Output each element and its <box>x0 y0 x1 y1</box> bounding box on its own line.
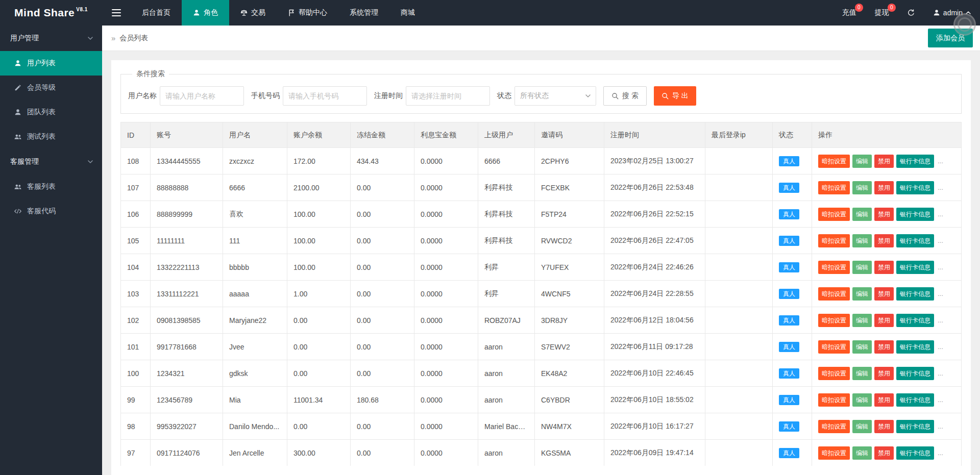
nav-item-roles[interactable]: 角色 <box>182 0 229 26</box>
cell-balance: 100.00 <box>287 201 351 228</box>
edit-button[interactable]: 编辑 <box>852 393 872 407</box>
refresh-button[interactable] <box>898 0 924 26</box>
edit-button[interactable]: 编辑 <box>852 446 872 460</box>
cell-status: 真人 <box>773 148 812 174</box>
bank-info-button[interactable]: 银行卡信息 <box>896 181 934 194</box>
user-icon <box>933 9 940 16</box>
sidebar-item-service-list[interactable]: 客服列表 <box>0 174 102 199</box>
deduct-settings-button[interactable]: 暗扣设置 <box>818 287 850 301</box>
bank-info-button[interactable]: 银行卡信息 <box>896 287 934 301</box>
deduct-settings-button[interactable]: 暗扣设置 <box>818 155 850 168</box>
deduct-settings-button[interactable]: 暗扣设置 <box>818 367 850 380</box>
status-badge[interactable]: 真人 <box>779 156 799 166</box>
edit-button[interactable]: 编辑 <box>852 261 872 274</box>
edit-button[interactable]: 编辑 <box>852 420 872 433</box>
status-badge[interactable]: 真人 <box>779 448 799 458</box>
cell-interest: 0.0000 <box>414 228 478 254</box>
deduct-settings-button[interactable]: 暗扣设置 <box>818 446 850 460</box>
status-badge[interactable]: 真人 <box>779 421 799 432</box>
register-time-input[interactable] <box>406 86 490 106</box>
bank-info-button[interactable]: 银行卡信息 <box>896 208 934 221</box>
disable-button[interactable]: 禁用 <box>874 367 894 380</box>
phone-input[interactable] <box>283 86 367 106</box>
status-badge[interactable]: 真人 <box>779 209 799 219</box>
sidebar-item-test-list[interactable]: 测试列表 <box>0 124 102 149</box>
deduct-settings-button[interactable]: 暗扣设置 <box>818 234 850 247</box>
deduct-settings-button[interactable]: 暗扣设置 <box>818 261 850 274</box>
export-button[interactable]: 导 出 <box>654 86 696 106</box>
status-badge[interactable]: 真人 <box>779 289 799 299</box>
status-badge[interactable]: 真人 <box>779 395 799 405</box>
deduct-settings-button[interactable]: 暗扣设置 <box>818 314 850 327</box>
cell-username: Danilo Mendo... <box>223 413 287 440</box>
more-actions: ... <box>938 449 943 457</box>
disable-button[interactable]: 禁用 <box>874 287 894 301</box>
bank-info-button[interactable]: 银行卡信息 <box>896 340 934 354</box>
sidebar-item-team-list[interactable]: 团队列表 <box>0 100 102 124</box>
status-badge[interactable]: 真人 <box>779 368 799 379</box>
deduct-settings-button[interactable]: 暗扣设置 <box>818 420 850 433</box>
sidebar-item-member-level[interactable]: 会员等级 <box>0 76 102 100</box>
search-button[interactable]: 搜 索 <box>603 86 647 106</box>
disable-button[interactable]: 禁用 <box>874 314 894 327</box>
bank-info-button[interactable]: 银行卡信息 <box>896 393 934 407</box>
edit-button[interactable]: 编辑 <box>852 208 872 221</box>
nav-item-help[interactable]: 帮助中心 <box>277 0 338 26</box>
nav-item-home[interactable]: 后台首页 <box>131 0 182 26</box>
status-select-value: 所有状态 <box>520 91 549 101</box>
bank-info-button[interactable]: 银行卡信息 <box>896 314 934 327</box>
cell-last-ip <box>705 201 773 228</box>
deduct-settings-button[interactable]: 暗扣设置 <box>818 393 850 407</box>
nav-item-mall[interactable]: 商城 <box>389 0 426 26</box>
sidebar-section-user-management[interactable]: 用户管理 <box>0 26 102 51</box>
sidebar-item-user-list[interactable]: 用户列表 <box>0 51 102 76</box>
bank-info-button[interactable]: 银行卡信息 <box>896 420 934 433</box>
cell-status: 真人 <box>773 360 812 387</box>
bank-info-button[interactable]: 银行卡信息 <box>896 155 934 168</box>
deduct-settings-button[interactable]: 暗扣设置 <box>818 208 850 221</box>
disable-button[interactable]: 禁用 <box>874 340 894 354</box>
status-badge[interactable]: 真人 <box>779 236 799 246</box>
edit-button[interactable]: 编辑 <box>852 155 872 168</box>
bank-info-button[interactable]: 银行卡信息 <box>896 234 934 247</box>
username-input[interactable] <box>160 86 244 106</box>
sidebar-item-service-code[interactable]: 客服代码 <box>0 199 102 223</box>
status-badge[interactable]: 真人 <box>779 183 799 193</box>
edit-button[interactable]: 编辑 <box>852 181 872 194</box>
status-badge[interactable]: 真人 <box>779 315 799 326</box>
deduct-settings-button[interactable]: 暗扣设置 <box>818 181 850 194</box>
deduct-settings-button[interactable]: 暗扣设置 <box>818 340 850 354</box>
cell-parent-user: 利昇 <box>478 254 535 281</box>
nav-item-trade[interactable]: 交易 <box>229 0 277 26</box>
edit-button[interactable]: 编辑 <box>852 340 872 354</box>
status-badge[interactable]: 真人 <box>779 262 799 272</box>
nav-item-system[interactable]: 系统管理 <box>338 0 389 26</box>
disable-button[interactable]: 禁用 <box>874 234 894 247</box>
disable-button[interactable]: 禁用 <box>874 208 894 221</box>
bank-info-button[interactable]: 银行卡信息 <box>896 367 934 380</box>
sidebar-section-service-management[interactable]: 客服管理 <box>0 149 102 174</box>
withdraw-button[interactable]: 提现 0 <box>866 0 898 26</box>
edit-button[interactable]: 编辑 <box>852 234 872 247</box>
edit-button[interactable]: 编辑 <box>852 314 872 327</box>
table-row: 10813344445555zxczxcz172.00434.430.00006… <box>121 148 962 174</box>
action-buttons: 暗扣设置编辑禁用银行卡信息... <box>818 393 955 407</box>
disable-button[interactable]: 禁用 <box>874 181 894 194</box>
cell-frozen: 0.00 <box>351 360 414 387</box>
edit-button[interactable]: 编辑 <box>852 367 872 380</box>
disable-button[interactable]: 禁用 <box>874 446 894 460</box>
disable-button[interactable]: 禁用 <box>874 155 894 168</box>
cell-account: 09171124076 <box>151 440 223 466</box>
cell-actions: 暗扣设置编辑禁用银行卡信息... <box>812 148 962 174</box>
cell-last-ip <box>705 148 773 174</box>
disable-button[interactable]: 禁用 <box>874 393 894 407</box>
recharge-button[interactable]: 充值 0 <box>833 0 866 26</box>
disable-button[interactable]: 禁用 <box>874 420 894 433</box>
status-badge[interactable]: 真人 <box>779 342 799 352</box>
edit-button[interactable]: 编辑 <box>852 287 872 301</box>
disable-button[interactable]: 禁用 <box>874 261 894 274</box>
bank-info-button[interactable]: 银行卡信息 <box>896 261 934 274</box>
status-select[interactable]: 所有状态 <box>514 86 596 106</box>
bank-info-button[interactable]: 银行卡信息 <box>896 446 934 460</box>
menu-toggle-button[interactable] <box>102 0 131 26</box>
